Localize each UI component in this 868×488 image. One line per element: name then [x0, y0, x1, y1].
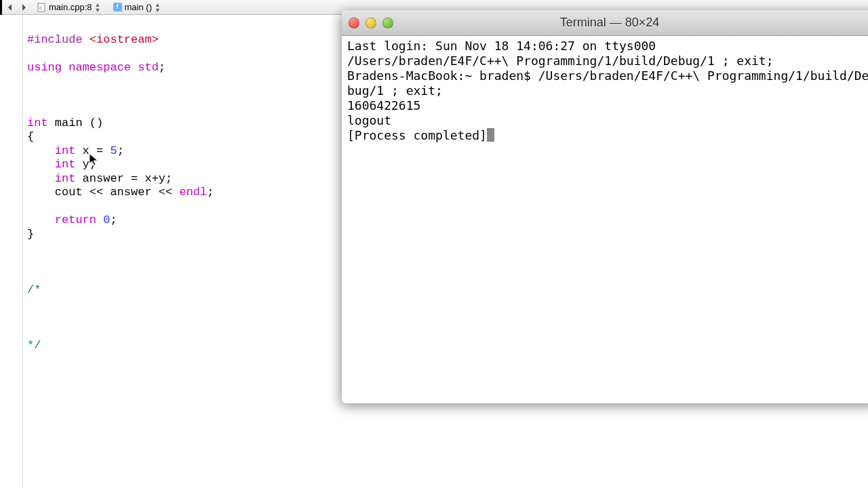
code-token: ; [207, 186, 214, 199]
updown-icon: ▲▼ [95, 2, 101, 13]
code-token [96, 214, 103, 226]
terminal-cursor [487, 128, 494, 142]
function-icon: f [113, 3, 122, 12]
minimize-button[interactable] [366, 18, 376, 28]
function-breadcrumb[interactable]: f main () ▲▼ [109, 2, 165, 13]
code-token: y; [75, 158, 96, 171]
zoom-button[interactable] [382, 18, 393, 28]
code-token: int [27, 144, 75, 157]
code-token: std [138, 61, 159, 74]
updown-icon: ▲▼ [155, 2, 161, 13]
terminal-window: Terminal — 80×24 Last login: Sun Nov 18 … [342, 10, 868, 403]
code-token: int [27, 117, 48, 129]
code-token: ; [117, 144, 124, 157]
file-label: main.cpp:8 [49, 2, 92, 12]
terminal-line: [Process completed] [347, 128, 487, 142]
code-token: cout << answer << [27, 186, 179, 199]
code-token: return [27, 214, 96, 226]
code-token: <iostream> [90, 33, 159, 46]
cpp-file-icon: c [37, 3, 46, 12]
code-token: } [27, 228, 34, 241]
code-token: ; [159, 61, 165, 74]
terminal-line: logout [347, 113, 868, 128]
terminal-title: Terminal — 80×24 [342, 16, 868, 30]
close-button[interactable] [349, 18, 359, 28]
code-token: 0 [103, 214, 110, 226]
code-token: ; [110, 214, 117, 226]
code-token: endl [179, 186, 207, 199]
terminal-output[interactable]: Last login: Sun Nov 18 14:06:27 on ttys0… [342, 36, 868, 146]
terminal-line: Last login: Sun Nov 18 14:06:27 on ttys0… [347, 39, 868, 54]
terminal-titlebar[interactable]: Terminal — 80×24 [342, 10, 868, 36]
code-token: { [27, 130, 34, 143]
terminal-line: /Users/braden/E4F/C++\ Programming/1/bui… [347, 54, 868, 68]
code-token: 5 [110, 144, 117, 157]
code-token: int [27, 158, 75, 171]
forward-arrow-icon[interactable] [19, 3, 28, 12]
code-token: using [27, 61, 62, 74]
code-token: namespace [62, 61, 138, 74]
code-token: x = [75, 144, 110, 157]
traffic-lights [349, 18, 393, 28]
back-arrow-icon[interactable] [5, 3, 15, 12]
function-label: main () [125, 2, 152, 12]
code-token: /* [27, 283, 41, 296]
terminal-line: Bradens-MacBook:~ braden$ /Users/braden/… [347, 68, 868, 98]
code-token: */ [27, 339, 41, 352]
code-token: #include [27, 33, 90, 46]
svg-text:c: c [39, 5, 42, 10]
code-token: int [27, 172, 75, 185]
code-token: answer = x+y; [75, 172, 172, 185]
file-breadcrumb[interactable]: c main.cpp:8 ▲▼ [33, 2, 105, 13]
code-token: main () [48, 117, 104, 129]
terminal-line: 1606422615 [347, 98, 868, 113]
